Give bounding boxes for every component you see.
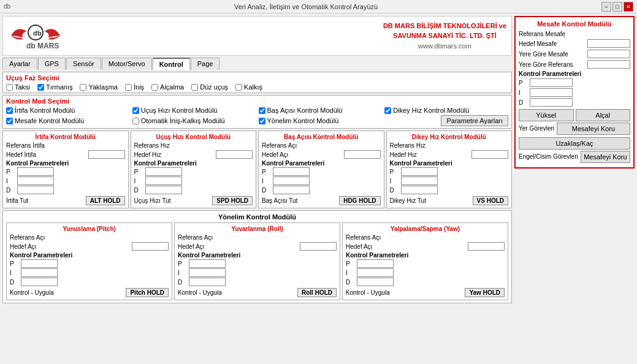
yuvarlanma-ref-label: Referans Açı [178,234,213,241]
inis-checkbox[interactable] [125,84,132,91]
yuvarlanma-p-input[interactable] [189,259,226,268]
logo-svg: db db MARS [8,19,63,53]
duzucus-checkbox[interactable] [191,84,198,91]
mesafe-i-label: I [519,89,530,96]
mesafe-d-input[interactable] [530,98,573,107]
dileyhizi-p-input[interactable] [401,167,438,176]
hdg-hold-button[interactable]: HDG HOLD [339,196,380,205]
taksi-checkbox[interactable] [6,84,13,91]
spd-hold-button[interactable]: SPD HOLD [212,196,253,205]
yaklasma-checkbox[interactable] [80,84,86,91]
yonelim-section: Yönelim Kontrol Modülü Yunuslama (Pitch)… [2,210,512,303]
basacisi-module: Baş Açısı Kontrol Modülü Referans Açı He… [258,131,384,208]
mesafe-d-label: D [519,99,530,106]
irtifa-d-input[interactable] [17,186,54,194]
basacisi-i-input[interactable] [273,176,310,185]
svg-text:db: db [33,29,42,37]
mesafe-mod-checkbox[interactable] [6,118,13,124]
yaw-hedef-label: Hedef Açı [346,243,372,250]
tab-page[interactable]: Page [191,58,220,70]
alcalma-checkbox[interactable] [151,84,158,91]
yuvarlanma-i-input[interactable] [189,268,226,277]
uzaklas-button[interactable]: Uzaklaş/Kaç [519,137,630,150]
yunus-hedef-input[interactable] [132,242,169,251]
basacisi-hedef-input[interactable] [344,150,381,159]
yonelim-mod-label: Yönelim Kontrol Modülü [267,117,339,124]
otomatis-mod-checkbox[interactable] [132,118,139,124]
ucushizi-d-input[interactable] [145,186,182,194]
tab-motor[interactable]: Motor/Servo [102,58,152,70]
ucushizi-params-label: Kontrol Parametreleri [134,160,253,167]
dileyhizi-p-label: P [390,169,401,175]
yaw-i-input[interactable] [357,268,394,277]
yaw-d-input[interactable] [357,278,394,286]
yere-gore-referans-label: Yere Göre Referans [519,61,573,68]
tab-gps[interactable]: GPS [38,58,66,70]
minimize-button[interactable]: – [601,2,611,12]
yere-gore-mesafe-input[interactable] [587,50,630,58]
yuvarlanma-module: Yuvarlanma (Roll) Referans Açı Hedef Açı… [174,222,340,300]
otomatis-mod-item: Otomatik İniş-Kalkış Modülü [132,117,256,124]
yuvarlanma-p-label: P [178,260,189,267]
ucushizi-mod-checkbox[interactable] [132,107,139,114]
yunus-i-input[interactable] [21,268,58,277]
tab-sensor[interactable]: Sensör [66,58,101,70]
yunus-d-input[interactable] [21,278,58,286]
irtifa-ref-label: Referans İrtifa [6,142,45,149]
kontrol-mod-title: Kontrol Mod Seçimi [6,97,508,105]
ucushizi-i-input[interactable] [145,176,182,185]
tab-ayarlar[interactable]: Ayarlar [2,58,37,70]
tirmanis-checkbox[interactable] [37,84,44,91]
yaw-params-label: Kontrol Parametreleri [346,252,505,259]
basacisi-i-label: I [262,178,273,184]
irtifa-p-input[interactable] [17,167,54,176]
yuksel-button[interactable]: Yüksel [519,109,574,121]
app-icon: db [4,3,10,10]
mesafe-mod-label: Mesafe Kontrol Modülü [15,117,84,124]
alt-hold-button[interactable]: ALT HOLD [86,196,125,205]
mesafe-p-input[interactable] [530,78,573,87]
yuvarlanma-params-label: Kontrol Parametreleri [178,252,337,259]
basacisi-d-input[interactable] [273,186,310,194]
kalkis-checkbox[interactable] [235,84,242,91]
ucushizi-hedef-input[interactable] [216,150,253,159]
yuvarlanma-d-input[interactable] [189,278,226,286]
mesafe-hedef-input[interactable] [587,39,630,48]
dileyhizi-mod-checkbox[interactable] [384,107,391,114]
yuvarlanma-d-label: D [178,279,189,286]
yuvarlanma-hedef-input[interactable] [300,242,337,251]
alcal-button[interactable]: Alçal [576,109,631,121]
irtifa-i-input[interactable] [17,176,54,185]
basacisi-mod-checkbox[interactable] [259,107,265,114]
window-title: Veri Analiz, İletişim ve Otomatik Kontro… [10,3,601,10]
parametre-button[interactable]: Parametre Ayarları [441,115,508,126]
roll-hold-button[interactable]: Roll HOLD [297,288,337,297]
yaw-hold-button[interactable]: Yaw HOLD [465,288,505,297]
yaw-hedef-input[interactable] [468,242,505,251]
yaw-p-input[interactable] [357,259,394,268]
dileyhizi-d-input[interactable] [401,186,438,194]
pitch-hold-button[interactable]: Pitch HOLD [126,288,169,297]
irtifa-mod-item: İrtifa Kontrol Modülü [6,107,130,114]
title-bar: db Veri Analiz, İletişim ve Otomatik Kon… [0,0,637,13]
yere-gore-referans-input[interactable] [587,60,630,69]
ucushizi-p-input[interactable] [145,167,182,176]
yunus-p-input[interactable] [21,259,58,268]
tab-kontrol[interactable]: Kontrol [153,58,190,70]
dileyhizi-i-label: I [390,178,401,184]
maximize-button[interactable]: □ [612,2,622,12]
mesafe-koru-button-2[interactable]: Mesafeyi Koru [581,151,630,163]
dileyhizi-hedef-input[interactable] [471,150,508,159]
mesafe-i-input[interactable] [530,88,573,97]
mesafe-koru-button-1[interactable]: Mesafeyi Koru [557,123,630,135]
close-button[interactable]: ✕ [624,2,633,12]
irtifa-hedef-input[interactable] [88,150,125,159]
yaw-module: Yalpalama/Sapma (Yaw) Referans Açı Hedef… [342,222,508,300]
yunus-module: Yunuslama (Pitch) Referans Açı Hedef Açı… [6,222,172,300]
vs-hold-button[interactable]: VS HOLD [473,196,508,205]
dileyhizi-i-input[interactable] [401,176,438,185]
irtifa-mod-checkbox[interactable] [6,107,13,114]
yonelim-mod-checkbox[interactable] [259,118,265,124]
ucushizi-module-title: Uçuş Hızı Kontrol Modülü [134,134,253,140]
basacisi-p-input[interactable] [273,167,310,176]
